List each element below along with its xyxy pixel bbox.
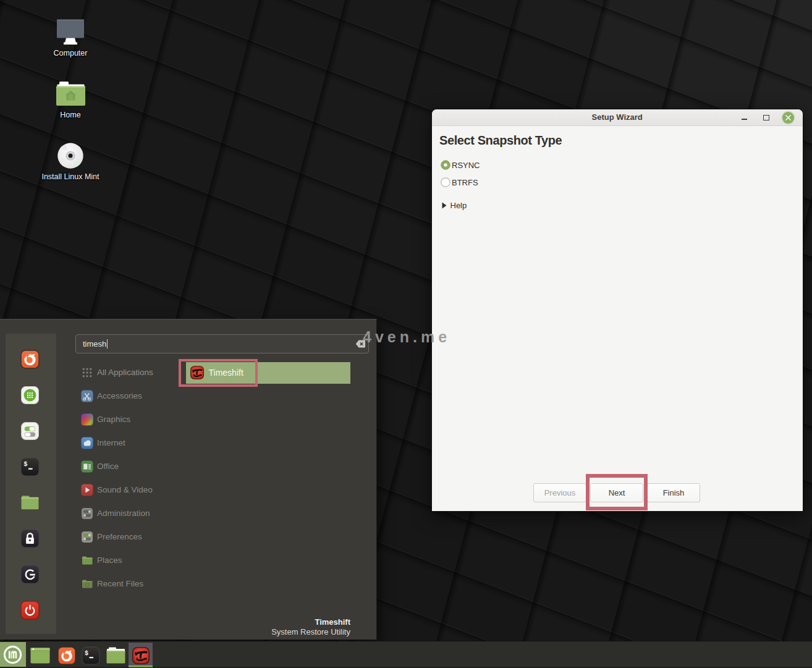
svg-text:$: $ <box>85 649 88 656</box>
svg-text:$: $ <box>23 460 27 467</box>
